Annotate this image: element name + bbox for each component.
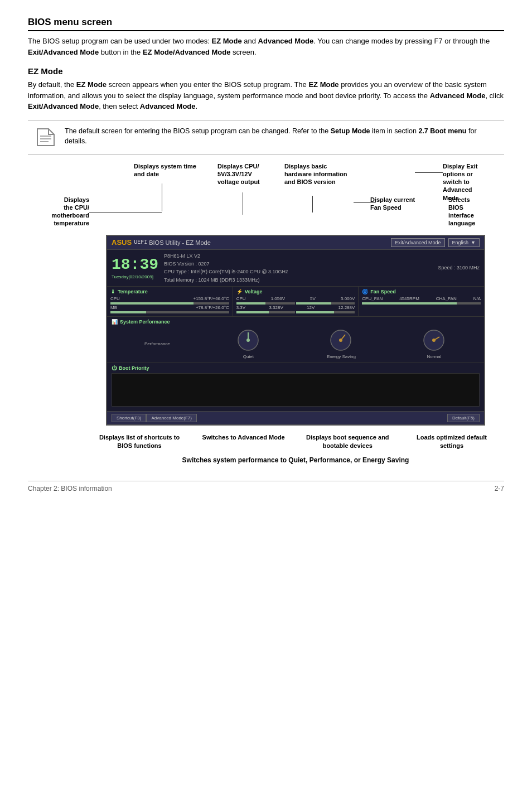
cpu-temp-val: +150.8°F/+66.0°C [193, 296, 229, 301]
diagram-container: Displaysthe CPU/motherboardtemperature D… [28, 162, 504, 464]
ez-mode-heading: EZ Mode [28, 66, 504, 76]
label-loads-default-bottom: Loads optimized default settings [407, 433, 496, 451]
arrow-cpu-voltage [243, 192, 243, 215]
voltage-33-val: 3.328V [269, 305, 283, 310]
default-btn[interactable]: Default(F5) [447, 414, 480, 422]
mb-temp-val: +78.8°F/+26.0°C [196, 305, 229, 310]
bottom-annotations: Displays list of shortcuts to BIOS funct… [95, 433, 496, 451]
shortcut-btn[interactable]: Shortcut(F3) [112, 414, 146, 422]
bios-perf-header: 📊 System Performance [112, 319, 480, 325]
cpu-temp-bar [110, 302, 229, 305]
svg-point-8 [339, 339, 342, 342]
bios-uefi-prefix: UEFI [134, 239, 147, 245]
bios-header-bar: ASUS UEFI BIOS Utility - EZ Mode Exit/Ad… [107, 236, 484, 250]
bios-footer: Shortcut(F3) Advanced Mode(F7) Default(F… [107, 411, 484, 424]
voltage-cpu-label: CPU [236, 296, 246, 301]
voltage-cpu-row: CPU 1.056V 5V 5.000V [236, 296, 355, 301]
svg-point-11 [432, 339, 436, 342]
bios-lang-selector[interactable]: English ▼ [448, 238, 480, 247]
bios-header-controls: Exit/Advanced Mode English ▼ [391, 238, 480, 247]
mb-label: MB [110, 305, 117, 310]
fan-cha-val: N/A [473, 296, 481, 301]
bios-exit-btn[interactable]: Exit/Advanced Mode [391, 238, 445, 247]
bios-memory: Total Memory : 1024 MB (DDR3 1333MHz) [164, 276, 288, 284]
bios-time-block: 18:39 Tuesday[02/10/2009] [112, 256, 158, 279]
voltage-12-val: 12.288V [338, 305, 355, 310]
perf-quiet-label: Quiet [236, 354, 261, 359]
bios-fan-header: 🌀 Fan Speed [362, 289, 481, 294]
advanced-mode-btn[interactable]: Advanced Mode(F7) [146, 414, 196, 422]
fan-bar [362, 302, 481, 305]
bottom-note: Switches system performance to Quiet, Pe… [95, 456, 496, 464]
svg-point-5 [246, 339, 250, 342]
label-fan-speed: Display currentFan Speed [370, 196, 437, 212]
bios-version: BIOS Version : 0207 [164, 260, 288, 268]
bios-voltage-header: ⚡ Voltage [236, 289, 355, 294]
boot-priority-area [112, 373, 480, 407]
note-icon [35, 126, 57, 148]
perf-mode-normal[interactable]: Normal [422, 328, 447, 359]
bios-mb-temp-row: MB +78.8°F/+26.0°C [110, 305, 229, 310]
label-sys-time: Displays system timeand date [134, 162, 206, 178]
voltage-icon: ⚡ [236, 289, 243, 294]
chapter-label: Chapter 2: BIOS information [28, 485, 112, 492]
arrow-sys-time [162, 183, 162, 211]
voltage-33-row: 3.3V 3.328V 12V 12.288V [236, 305, 355, 310]
thermometer-icon: 🌡 [110, 289, 115, 294]
arrow-fan-speed [354, 202, 376, 203]
voltage-5v-label: 5V [310, 296, 316, 301]
bios-sys-info: P8H61-M LX V2 BIOS Version : 0207 CPU Ty… [164, 252, 288, 284]
bios-cpu-type: CPU Type : Intel(R) Core(TM) i5-2400 CPU… [164, 268, 288, 276]
voltage-33-bar [236, 311, 355, 313]
bios-voltage-section: ⚡ Voltage CPU 1.056V 5V 5.000V 3.3V [233, 287, 359, 316]
bios-temp-section: 🌡 Temperature CPU +150.8°F/+66.0°C MB +7… [107, 287, 233, 316]
energy-dial [328, 328, 354, 353]
top-annotations: Displaysthe CPU/motherboardtemperature D… [28, 162, 504, 235]
bios-boot-header: ⏻ Boot Priority [112, 365, 480, 371]
intro-paragraph1: The BIOS setup program can be used under… [28, 36, 504, 57]
cpu-label: CPU [110, 296, 120, 301]
label-basic-hw: Displays basichardware informationand BI… [284, 162, 368, 186]
bios-cpu-temp-row: CPU +150.8°F/+66.0°C [110, 296, 229, 301]
bios-screen: ASUS UEFI BIOS Utility - EZ Mode Exit/Ad… [106, 235, 485, 426]
bios-mode-title: BIOS Utility - EZ Mode [147, 239, 211, 246]
arrow-basic-hw [312, 196, 313, 212]
quiet-dial [236, 328, 261, 353]
label-cpu-temp: Displaysthe CPU/motherboardtemperature [28, 196, 89, 228]
loads-default-text: Loads optimized default settings [417, 434, 487, 449]
perf-mode-performance[interactable]: Performance [144, 341, 170, 346]
normal-dial [422, 328, 447, 353]
intro-paragraph2: By default, the EZ Mode screen appears w… [28, 79, 504, 112]
perf-mode-energy[interactable]: Energy Saving [327, 328, 356, 359]
bios-time: 18:39 [112, 256, 158, 273]
bios-temp-header: 🌡 Temperature [110, 289, 229, 294]
bios-model: P8H61-M LX V2 [164, 252, 288, 260]
label-boot-seq-bottom: Displays boot sequence and bootable devi… [303, 433, 392, 451]
perf-energy-label: Energy Saving [327, 354, 356, 359]
bios-language-label: English [452, 240, 469, 245]
bios-speed: Speed : 3100 MHz [438, 265, 480, 270]
perf-normal-label: Normal [422, 354, 447, 359]
bios-time-row: 18:39 Tuesday[02/10/2009] P8H61-M LX V2 … [107, 250, 484, 287]
bios-screen-wrapper: ASUS UEFI BIOS Utility - EZ Mode Exit/Ad… [95, 235, 496, 426]
fan-icon: 🌀 [362, 289, 368, 294]
boot-seq-text: Displays boot sequence and bootable devi… [306, 434, 389, 449]
boot-icon: ⏻ [112, 365, 117, 371]
fan-cha-label: CHA_FAN [436, 296, 457, 301]
fan-cpu-row: CPU_FAN 4545RPM CHA_FAN N/A [362, 296, 481, 301]
voltage-5v-val: 5.000V [341, 296, 355, 301]
shortcuts-text: Displays list of shortcuts to BIOS funct… [99, 434, 180, 449]
chevron-down-icon: ▼ [471, 240, 476, 245]
bios-logo: ASUS [112, 238, 132, 247]
bios-boot-section: ⏻ Boot Priority [107, 363, 484, 411]
label-shortcuts-bottom: Displays list of shortcuts to BIOS funct… [95, 433, 184, 451]
label-switches-adv-bottom: Switches to Advanced Mode [199, 433, 288, 451]
boot-priority-label: Boot Priority [119, 365, 149, 371]
fan-cpu-label: CPU_FAN [362, 296, 383, 301]
page-title: BIOS menu screen [28, 17, 504, 31]
note-box: The default screen for entering the BIOS… [28, 120, 504, 154]
perf-mode-quiet[interactable]: Quiet [236, 328, 261, 359]
arrow-cpu-temp [89, 212, 162, 213]
mb-temp-bar [110, 311, 229, 313]
bios-date: Tuesday[02/10/2009] [112, 274, 158, 279]
